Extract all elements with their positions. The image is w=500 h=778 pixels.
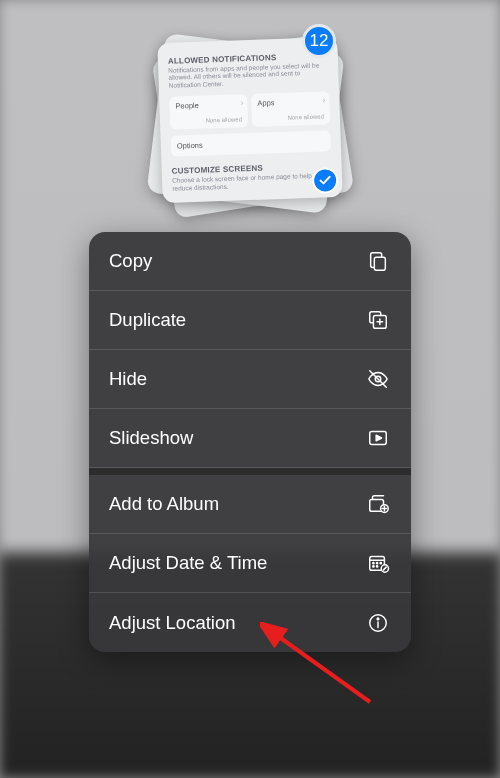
preview-section1-sub: Notifications from apps and people you s… (168, 61, 329, 89)
calendar-edit-icon (365, 552, 391, 574)
menu-label-slideshow: Slideshow (109, 427, 193, 449)
menu-label-add-to-album: Add to Album (109, 493, 219, 515)
menu-item-add-to-album[interactable]: Add to Album (89, 475, 411, 534)
preview-people-cell: People › None allowed (169, 94, 248, 130)
menu-label-copy: Copy (109, 250, 152, 272)
menu-item-adjust-datetime[interactable]: Adjust Date & Time (89, 534, 411, 593)
stack-card-front: ALLOWED NOTIFICATIONS Notifications from… (157, 37, 342, 203)
menu-label-adjust-location: Adjust Location (109, 612, 236, 634)
svg-point-22 (377, 618, 379, 620)
preview-options-cell: Options (171, 131, 332, 158)
menu-item-copy[interactable]: Copy (89, 232, 411, 291)
preview-apps-cell: Apps › None allowed (251, 92, 330, 128)
annotation-arrow (260, 622, 380, 712)
copy-icon (365, 250, 391, 272)
svg-line-23 (275, 634, 370, 702)
svg-marker-7 (376, 435, 382, 441)
menu-label-adjust-datetime: Adjust Date & Time (109, 552, 267, 574)
menu-item-duplicate[interactable]: Duplicate (89, 291, 411, 350)
selection-stack[interactable]: ALLOWED NOTIFICATIONS Notifications from… (150, 30, 350, 212)
menu-label-hide: Hide (109, 368, 147, 390)
svg-point-15 (376, 563, 377, 564)
svg-rect-0 (374, 257, 385, 270)
eye-slash-icon (365, 368, 391, 390)
context-menu: Copy Duplicate Hide Slideshow Add to Alb… (89, 232, 411, 652)
svg-point-17 (373, 566, 374, 567)
duplicate-icon (365, 309, 391, 331)
svg-point-16 (380, 563, 381, 564)
svg-point-14 (373, 563, 374, 564)
menu-item-slideshow[interactable]: Slideshow (89, 409, 411, 468)
play-rectangle-icon (365, 427, 391, 449)
selection-count-badge: 12 (302, 24, 336, 58)
album-add-icon (365, 493, 391, 515)
menu-item-hide[interactable]: Hide (89, 350, 411, 409)
menu-label-duplicate: Duplicate (109, 309, 186, 331)
svg-point-18 (376, 566, 377, 567)
